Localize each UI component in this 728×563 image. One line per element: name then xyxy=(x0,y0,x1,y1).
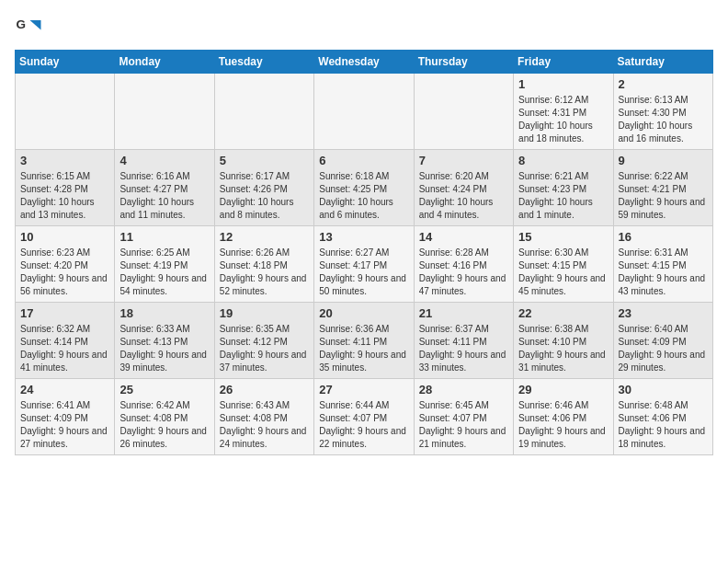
day-header-thursday: Thursday xyxy=(414,51,513,74)
day-info: Sunrise: 6:13 AM Sunset: 4:30 PM Dayligh… xyxy=(619,94,708,145)
logo-icon: G xyxy=(15,15,42,42)
day-info: Sunrise: 6:30 AM Sunset: 4:15 PM Dayligh… xyxy=(518,247,608,298)
day-info: Sunrise: 6:33 AM Sunset: 4:13 PM Dayligh… xyxy=(119,323,209,374)
calendar-cell: 17Sunrise: 6:32 AM Sunset: 4:14 PM Dayli… xyxy=(16,303,115,379)
calendar-cell: 2Sunrise: 6:13 AM Sunset: 4:30 PM Daylig… xyxy=(613,74,712,150)
day-number: 21 xyxy=(419,306,508,320)
day-info: Sunrise: 6:21 AM Sunset: 4:23 PM Dayligh… xyxy=(518,170,608,222)
calendar-header: SundayMondayTuesdayWednesdayThursdayFrid… xyxy=(16,51,713,74)
calendar-cell: 11Sunrise: 6:25 AM Sunset: 4:19 PM Dayli… xyxy=(115,226,214,303)
calendar-week-2: 3Sunrise: 6:15 AM Sunset: 4:28 PM Daylig… xyxy=(16,150,713,226)
svg-text:G: G xyxy=(17,17,27,31)
day-number: 4 xyxy=(119,154,209,167)
day-info: Sunrise: 6:46 AM Sunset: 4:06 PM Dayligh… xyxy=(518,399,608,451)
day-number: 29 xyxy=(518,383,608,396)
calendar-cell xyxy=(314,74,414,150)
day-info: Sunrise: 6:42 AM Sunset: 4:08 PM Dayligh… xyxy=(119,399,209,451)
day-info: Sunrise: 6:15 AM Sunset: 4:28 PM Dayligh… xyxy=(20,170,109,222)
calendar-cell: 27Sunrise: 6:44 AM Sunset: 4:07 PM Dayli… xyxy=(314,379,414,455)
day-info: Sunrise: 6:43 AM Sunset: 4:08 PM Dayligh… xyxy=(220,399,309,451)
calendar-cell xyxy=(115,74,214,150)
day-info: Sunrise: 6:20 AM Sunset: 4:24 PM Dayligh… xyxy=(419,170,508,222)
day-number: 23 xyxy=(619,306,708,320)
calendar-cell: 19Sunrise: 6:35 AM Sunset: 4:12 PM Dayli… xyxy=(214,303,313,379)
calendar-cell: 22Sunrise: 6:38 AM Sunset: 4:10 PM Dayli… xyxy=(514,303,613,379)
calendar-week-4: 17Sunrise: 6:32 AM Sunset: 4:14 PM Dayli… xyxy=(16,303,713,379)
calendar-cell: 29Sunrise: 6:46 AM Sunset: 4:06 PM Dayli… xyxy=(514,379,613,455)
calendar-cell: 28Sunrise: 6:45 AM Sunset: 4:07 PM Dayli… xyxy=(414,379,513,455)
day-number: 19 xyxy=(220,306,309,320)
calendar-cell: 26Sunrise: 6:43 AM Sunset: 4:08 PM Dayli… xyxy=(214,379,313,455)
day-number: 18 xyxy=(119,306,209,320)
day-number: 11 xyxy=(119,230,209,244)
day-number: 20 xyxy=(319,306,408,320)
day-number: 24 xyxy=(20,383,109,396)
day-info: Sunrise: 6:37 AM Sunset: 4:11 PM Dayligh… xyxy=(419,323,508,374)
calendar-cell xyxy=(16,74,115,150)
calendar-week-5: 24Sunrise: 6:41 AM Sunset: 4:09 PM Dayli… xyxy=(16,379,713,455)
day-info: Sunrise: 6:22 AM Sunset: 4:21 PM Dayligh… xyxy=(619,170,708,222)
calendar-cell: 12Sunrise: 6:26 AM Sunset: 4:18 PM Dayli… xyxy=(214,226,313,303)
day-number: 15 xyxy=(518,230,608,244)
day-number: 30 xyxy=(619,383,708,396)
day-header-wednesday: Wednesday xyxy=(314,51,414,74)
day-info: Sunrise: 6:25 AM Sunset: 4:19 PM Dayligh… xyxy=(119,247,209,298)
day-info: Sunrise: 6:40 AM Sunset: 4:09 PM Dayligh… xyxy=(619,323,708,374)
calendar-cell: 14Sunrise: 6:28 AM Sunset: 4:16 PM Dayli… xyxy=(414,226,513,303)
calendar-cell: 10Sunrise: 6:23 AM Sunset: 4:20 PM Dayli… xyxy=(16,226,115,303)
calendar-cell: 4Sunrise: 6:16 AM Sunset: 4:27 PM Daylig… xyxy=(115,150,214,226)
day-info: Sunrise: 6:48 AM Sunset: 4:06 PM Dayligh… xyxy=(619,399,708,451)
day-info: Sunrise: 6:38 AM Sunset: 4:10 PM Dayligh… xyxy=(518,323,608,374)
calendar-table: SundayMondayTuesdayWednesdayThursdayFrid… xyxy=(15,50,713,455)
day-number: 16 xyxy=(619,230,708,244)
day-header-monday: Monday xyxy=(115,51,214,74)
calendar-cell xyxy=(414,74,513,150)
day-info: Sunrise: 6:31 AM Sunset: 4:15 PM Dayligh… xyxy=(619,247,708,298)
day-number: 26 xyxy=(220,383,309,396)
calendar-cell: 8Sunrise: 6:21 AM Sunset: 4:23 PM Daylig… xyxy=(514,150,613,226)
day-header-sunday: Sunday xyxy=(16,51,115,74)
day-info: Sunrise: 6:16 AM Sunset: 4:27 PM Dayligh… xyxy=(119,170,209,222)
day-number: 7 xyxy=(419,154,508,167)
calendar-cell: 23Sunrise: 6:40 AM Sunset: 4:09 PM Dayli… xyxy=(613,303,712,379)
calendar-cell: 7Sunrise: 6:20 AM Sunset: 4:24 PM Daylig… xyxy=(414,150,513,226)
day-header-friday: Friday xyxy=(514,51,613,74)
day-number: 3 xyxy=(20,154,109,167)
day-number: 1 xyxy=(518,77,608,91)
calendar-cell: 21Sunrise: 6:37 AM Sunset: 4:11 PM Dayli… xyxy=(414,303,513,379)
calendar-cell: 6Sunrise: 6:18 AM Sunset: 4:25 PM Daylig… xyxy=(314,150,414,226)
svg-marker-1 xyxy=(30,20,41,30)
day-info: Sunrise: 6:32 AM Sunset: 4:14 PM Dayligh… xyxy=(20,323,109,374)
day-info: Sunrise: 6:23 AM Sunset: 4:20 PM Dayligh… xyxy=(20,247,109,298)
day-number: 27 xyxy=(319,383,408,396)
day-number: 5 xyxy=(220,154,309,167)
day-info: Sunrise: 6:18 AM Sunset: 4:25 PM Dayligh… xyxy=(319,170,408,222)
day-number: 22 xyxy=(518,306,608,320)
calendar-cell: 18Sunrise: 6:33 AM Sunset: 4:13 PM Dayli… xyxy=(115,303,214,379)
day-number: 13 xyxy=(319,230,408,244)
day-number: 28 xyxy=(419,383,508,396)
day-info: Sunrise: 6:45 AM Sunset: 4:07 PM Dayligh… xyxy=(419,399,508,451)
page-header: G xyxy=(15,15,713,42)
calendar-cell: 1Sunrise: 6:12 AM Sunset: 4:31 PM Daylig… xyxy=(514,74,613,150)
day-info: Sunrise: 6:27 AM Sunset: 4:17 PM Dayligh… xyxy=(319,247,408,298)
day-number: 25 xyxy=(119,383,209,396)
day-number: 2 xyxy=(619,77,708,91)
day-number: 14 xyxy=(419,230,508,244)
day-info: Sunrise: 6:36 AM Sunset: 4:11 PM Dayligh… xyxy=(319,323,408,374)
calendar-cell: 20Sunrise: 6:36 AM Sunset: 4:11 PM Dayli… xyxy=(314,303,414,379)
day-header-saturday: Saturday xyxy=(613,51,712,74)
day-info: Sunrise: 6:26 AM Sunset: 4:18 PM Dayligh… xyxy=(220,247,309,298)
calendar-cell: 16Sunrise: 6:31 AM Sunset: 4:15 PM Dayli… xyxy=(613,226,712,303)
day-number: 8 xyxy=(518,154,608,167)
day-number: 12 xyxy=(220,230,309,244)
calendar-week-1: 1Sunrise: 6:12 AM Sunset: 4:31 PM Daylig… xyxy=(16,74,713,150)
calendar-week-3: 10Sunrise: 6:23 AM Sunset: 4:20 PM Dayli… xyxy=(16,226,713,303)
day-info: Sunrise: 6:12 AM Sunset: 4:31 PM Dayligh… xyxy=(518,94,608,145)
day-info: Sunrise: 6:35 AM Sunset: 4:12 PM Dayligh… xyxy=(220,323,309,374)
day-number: 17 xyxy=(20,306,109,320)
day-number: 6 xyxy=(319,154,408,167)
calendar-cell: 15Sunrise: 6:30 AM Sunset: 4:15 PM Dayli… xyxy=(514,226,613,303)
day-info: Sunrise: 6:28 AM Sunset: 4:16 PM Dayligh… xyxy=(419,247,508,298)
calendar-cell xyxy=(214,74,313,150)
